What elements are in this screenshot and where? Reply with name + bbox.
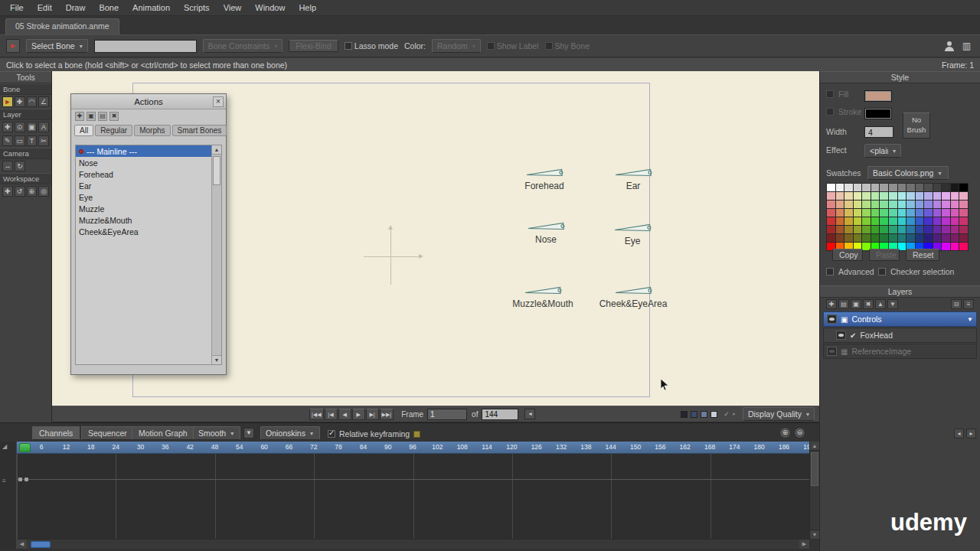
palette-swatch[interactable] [916,184,924,191]
swatches-dropdown[interactable]: Basic Colors.png [867,166,949,180]
palette-swatch[interactable] [880,217,888,225]
palette-swatch[interactable] [862,226,871,233]
palette-swatch[interactable] [898,192,906,200]
palette-swatch[interactable] [933,234,942,242]
lasso-mode-checkbox[interactable] [345,42,352,50]
palette-swatch[interactable] [827,217,835,225]
new-action-icon[interactable]: ✚ [75,112,84,121]
palette-swatch[interactable] [844,234,853,242]
scroll-up-icon[interactable]: ▲ [212,145,221,155]
zoom-workspace-tool-button[interactable]: ⊕ [27,186,38,197]
palette-swatch[interactable] [906,234,915,242]
checker-selection-checkbox[interactable] [878,268,886,276]
rectangle-tool-button[interactable]: ▭ [15,135,25,146]
rotate-workspace-tool-button[interactable]: ↺ [15,186,25,197]
quality-smooth-icon[interactable] [691,411,697,418]
quality-preview-icon[interactable] [701,411,707,418]
palette-swatch[interactable] [959,209,968,217]
palette-swatch[interactable] [880,209,888,217]
palette-swatch[interactable] [898,201,906,208]
panel-forward-icon[interactable]: ▸ [966,429,976,439]
layers-menu-icon[interactable]: ≡ [963,299,974,309]
gutter-handle-icon[interactable]: ≡ [0,450,16,484]
action-item-mainline[interactable]: --- Mainline --- [76,145,211,157]
palette-swatch[interactable] [827,234,835,242]
reference-layer-icon[interactable]: ⊟ [951,299,962,309]
menu-item[interactable]: Bone [92,2,126,14]
gutter-collapse-icon[interactable]: ◢ [0,442,16,450]
palette-swatch[interactable] [924,184,933,191]
palette-swatch[interactable] [942,184,950,191]
tab-channels[interactable]: Channels [32,426,80,440]
timeline-ruler[interactable]: 6121824303642485460667278849096102108114… [17,442,809,454]
document-tab[interactable]: 05 Stroke animation.anme [5,18,119,34]
palette-swatch[interactable] [951,234,959,242]
roll-camera-tool-button[interactable]: ↻ [15,161,25,171]
quality-wireframe-icon[interactable] [681,411,688,418]
menu-item[interactable]: Scripts [177,2,217,14]
palette-swatch[interactable] [880,226,888,233]
palette-swatch[interactable] [844,217,853,225]
bone-cheek-eyearea[interactable]: Cheek&EyeArea [599,287,668,309]
palette-swatch[interactable] [959,234,968,242]
scrollbar-thumb[interactable] [31,541,51,548]
pan-workspace-tool-button[interactable]: ✚ [2,186,13,197]
action-item[interactable]: Muzzle&Mouth [76,214,211,226]
palette-swatch[interactable] [871,201,880,208]
palette-swatch[interactable] [889,217,897,225]
panel-back-icon[interactable]: ◂ [954,429,964,439]
scroll-left-icon[interactable]: ◀ [17,540,27,549]
select-bone-tool-button[interactable]: ► [2,96,13,107]
cut-tool-button[interactable]: ✂ [38,135,49,146]
playback-button[interactable]: ▶ [352,409,365,420]
palette-swatch[interactable] [951,243,959,250]
scroll-down-icon[interactable]: ▼ [810,530,819,539]
palette-swatch[interactable] [871,217,880,225]
bone-ear[interactable]: Ear [599,169,668,191]
palette-swatch[interactable] [959,192,968,200]
palette-swatch[interactable] [844,184,853,191]
advanced-checkbox[interactable] [826,268,834,276]
palette-swatch[interactable] [889,234,897,242]
menu-item[interactable]: Draw [59,2,93,14]
palette-swatch[interactable] [854,226,862,233]
palette-swatch[interactable] [862,234,871,242]
palette-swatch[interactable] [836,234,844,242]
select-points-tool-button[interactable]: A [38,122,49,132]
copy-button[interactable]: Copy [832,249,863,261]
text-tool-button[interactable]: T [27,135,38,146]
palette-swatch[interactable] [871,209,880,217]
palette-swatch[interactable] [933,184,942,191]
palette-swatch[interactable] [906,226,915,233]
delete-layer-icon[interactable]: ✖ [863,299,874,309]
new-layer-icon[interactable]: ✚ [826,299,837,309]
palette-swatch[interactable] [906,217,915,225]
bone-nose[interactable]: Nose [511,223,580,245]
tab-smart-bones[interactable]: Smart Bones [172,125,227,136]
layer-row-controls[interactable]: ▣ Controls ▼ [823,311,977,327]
palette-swatch[interactable] [942,226,950,233]
add-point-tool-button[interactable]: ✚ [2,122,13,132]
relative-keyframing-checkbox[interactable] [328,430,335,438]
playback-button[interactable]: ▶▶| [380,409,394,420]
palette-swatch[interactable] [951,192,959,200]
display-quality-dropdown[interactable]: Display Quality [743,407,815,421]
visibility-eye-icon[interactable] [827,315,837,324]
palette-swatch[interactable] [916,234,924,242]
bone-muzzle-mouth[interactable]: Muzzle&Mouth [508,287,577,309]
reset-button[interactable]: Reset [906,249,939,261]
palette-swatch[interactable] [906,201,915,208]
palette-swatch[interactable] [880,201,888,208]
visibility-eye-icon[interactable] [836,331,846,340]
palette-swatch[interactable] [889,226,897,233]
palette-swatch[interactable] [871,226,880,233]
palette-swatch[interactable] [836,226,844,233]
relative-keyframing-control[interactable]: Relative keyframing [328,429,420,439]
timeline-vertical-scrollbar[interactable]: ▲ ▼ [809,442,819,539]
new-group-icon[interactable]: ▤ [838,299,849,309]
palette-swatch[interactable] [827,201,835,208]
palette-swatch[interactable] [827,209,835,217]
palette-swatch[interactable] [959,201,968,208]
palette-swatch[interactable] [959,217,968,225]
palette-swatch[interactable] [844,192,853,200]
